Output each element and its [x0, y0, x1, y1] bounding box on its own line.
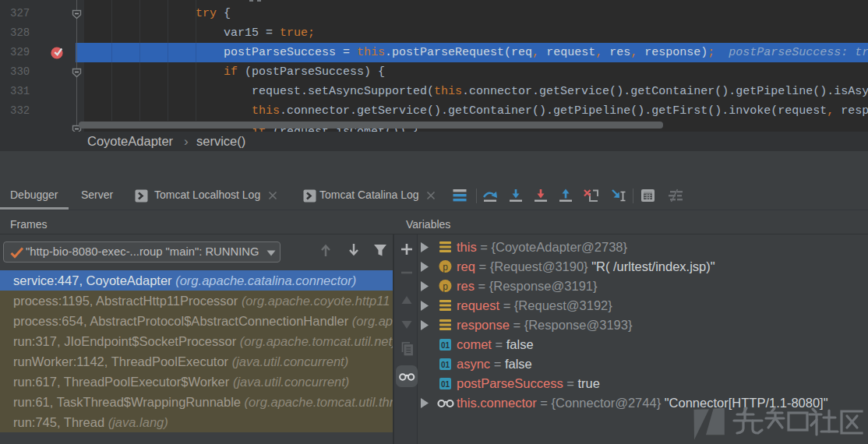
- svg-text:p: p: [443, 282, 448, 293]
- svg-text:01: 01: [441, 361, 450, 369]
- svg-text:01: 01: [441, 341, 450, 350]
- svg-text:01: 01: [441, 380, 450, 389]
- svg-text:p: p: [443, 263, 448, 273]
